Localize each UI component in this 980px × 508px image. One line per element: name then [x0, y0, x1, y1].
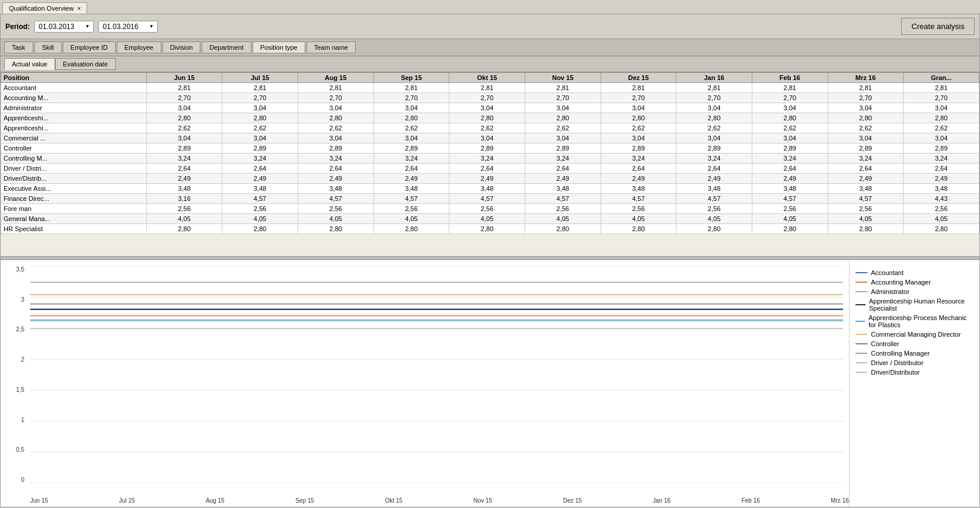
filter-tab-department[interactable]: Department	[202, 41, 251, 53]
value-cell: 3,04	[752, 133, 828, 143]
value-cell: 3,04	[146, 133, 222, 143]
value-cell: 4,57	[828, 194, 904, 204]
value-cell: 2,64	[601, 164, 676, 174]
value-cell: 2,56	[676, 204, 752, 214]
table-row[interactable]: Controller2,892,892,892,892,892,892,892,…	[1, 143, 979, 154]
value-cell: 2,89	[449, 143, 525, 154]
filter-tab-division[interactable]: Division	[162, 41, 201, 53]
value-cell: 2,89	[146, 143, 222, 154]
filter-tab-task[interactable]: Task	[4, 41, 33, 53]
date-from-input[interactable]: 01.03.2013	[34, 21, 94, 33]
filter-tab-employee[interactable]: Employee	[117, 41, 161, 53]
value-cell: 4,57	[449, 194, 525, 204]
value-cell: 2,89	[676, 143, 752, 154]
value-cell: 2,89	[222, 143, 298, 154]
value-cell: 2,70	[222, 93, 298, 103]
value-cell: 2,80	[601, 224, 676, 234]
filter-tab-team_name[interactable]: Team name	[307, 41, 356, 53]
x-label: Nov 15	[473, 497, 492, 504]
table-row[interactable]: Driver / Distri...2,642,642,642,642,642,…	[1, 164, 979, 174]
table-row[interactable]: Controlling M...3,243,243,243,243,243,24…	[1, 154, 979, 164]
table-area: PositionJun 15Jul 15Aug 15Sep 15Okt 15No…	[1, 72, 979, 256]
value-cell: 3,04	[222, 133, 298, 143]
value-cell: 2,49	[374, 174, 449, 184]
value-cell: 2,62	[298, 123, 374, 133]
date-to-input[interactable]: 01.03.2016	[98, 21, 158, 33]
legend-label: Commercial Managing Director	[871, 331, 961, 338]
filter-tab-position_type[interactable]: Position type	[253, 41, 305, 53]
value-cell: 2,64	[828, 164, 904, 174]
x-label: Sep 15	[295, 497, 314, 504]
view-tab-actual_value[interactable]: Actual value	[4, 58, 55, 70]
table-row[interactable]: General Mana...4,054,054,054,054,054,054…	[1, 214, 979, 224]
legend-item: Apprenticeship Human Resource Specialist	[855, 298, 973, 312]
table-row[interactable]: Driver/Distrib...2,492,492,492,492,492,4…	[1, 174, 979, 184]
legend-label: Driver / Distributor	[871, 359, 924, 366]
chart-svg	[30, 266, 843, 483]
filter-tab-employee_id[interactable]: Employee ID	[63, 41, 116, 53]
value-cell: 2,81	[374, 83, 449, 93]
table-wrapper[interactable]: PositionJun 15Jul 15Aug 15Sep 15Okt 15No…	[1, 72, 979, 256]
tab-close-icon[interactable]: ×	[77, 5, 81, 12]
table-row[interactable]: Accounting M...2,702,702,702,702,702,702…	[1, 93, 979, 103]
position-cell: Driver/Distrib...	[1, 174, 147, 184]
col-header-3: Aug 15	[298, 73, 374, 83]
value-cell: 3,48	[222, 184, 298, 194]
value-cell: 3,24	[828, 154, 904, 164]
table-row[interactable]: Apprenticeshi...2,622,622,622,622,622,62…	[1, 123, 979, 133]
create-analysis-button[interactable]: Create analysis	[901, 18, 975, 35]
value-cell: 2,80	[298, 224, 374, 234]
table-row[interactable]: Accountant2,812,812,812,812,812,812,812,…	[1, 83, 979, 93]
value-cell: 2,56	[146, 204, 222, 214]
value-cell: 3,04	[374, 133, 449, 143]
position-cell: Administrator	[1, 103, 147, 113]
y-label: 2	[21, 356, 24, 363]
position-cell: Controller	[1, 143, 147, 154]
value-cell: 2,70	[449, 93, 525, 103]
value-cell: 2,80	[525, 224, 601, 234]
table-row[interactable]: Fore man2,562,562,562,562,562,562,562,56…	[1, 204, 979, 214]
table-row[interactable]: Executive Assi...3,483,483,483,483,483,4…	[1, 184, 979, 194]
value-cell: 2,80	[374, 224, 449, 234]
value-cell: 2,62	[449, 123, 525, 133]
value-cell: 4,05	[449, 214, 525, 224]
table-row[interactable]: Finance Direc...3,164,574,574,574,574,57…	[1, 194, 979, 204]
y-label: 2,5	[16, 326, 24, 333]
col-header-9: Feb 16	[752, 73, 828, 83]
col-header-8: Jan 16	[676, 73, 752, 83]
toolbar: Period: 01.03.2013 01.03.2016 Create ana…	[1, 14, 979, 39]
value-cell: 2,80	[828, 224, 904, 234]
x-label: Jul 15	[119, 497, 135, 504]
value-cell: 2,80	[449, 224, 525, 234]
value-cell: 2,70	[601, 93, 676, 103]
legend-color	[855, 304, 866, 305]
value-cell: 2,80	[146, 224, 222, 234]
table-row[interactable]: Commercial ...3,043,043,043,043,043,043,…	[1, 133, 979, 143]
legend-color	[855, 282, 867, 283]
table-row[interactable]: Administrator3,043,043,043,043,043,043,0…	[1, 103, 979, 113]
value-cell: 3,24	[298, 154, 374, 164]
value-cell: 3,24	[676, 154, 752, 164]
view-tab-evaluation_date[interactable]: Evaluation date	[55, 58, 116, 70]
value-cell: 2,80	[676, 113, 752, 123]
y-label: 0	[21, 477, 24, 483]
table-row[interactable]: Apprenticeshi...2,802,802,802,802,802,80…	[1, 113, 979, 123]
value-cell: 2,56	[222, 204, 298, 214]
value-cell: 2,49	[449, 174, 525, 184]
main-container: Period: 01.03.2013 01.03.2016 Create ana…	[0, 14, 980, 507]
value-cell: 3,48	[828, 184, 904, 194]
value-cell: 3,04	[752, 103, 828, 113]
value-cell: 3,04	[298, 103, 374, 113]
filter-tab-skill[interactable]: Skill	[34, 41, 62, 53]
value-cell: 3,04	[828, 103, 904, 113]
value-cell: 2,80	[222, 224, 298, 234]
qualification-overview-tab[interactable]: Qualification Overview ×	[2, 2, 87, 14]
value-cell: 4,43	[904, 194, 979, 204]
value-cell: 4,05	[525, 214, 601, 224]
value-cell: 3,48	[904, 184, 979, 194]
y-label: 0,5	[16, 446, 24, 453]
value-cell: 2,70	[752, 93, 828, 103]
legend-label: Accounting Manager	[871, 279, 931, 286]
value-cell: 3,24	[222, 154, 298, 164]
table-row[interactable]: HR Specialist2,802,802,802,802,802,802,8…	[1, 224, 979, 234]
